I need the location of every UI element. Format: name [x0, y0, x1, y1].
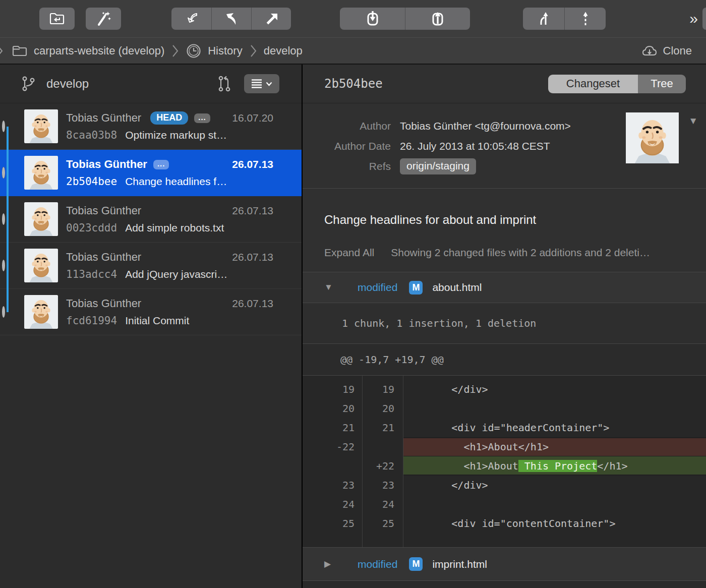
commit-line2: 2b504beeChange headlines f… [66, 175, 273, 188]
detail-header: 2b504bee Changeset Tree [303, 65, 706, 103]
commit-message-section: Change headlines for about and imprint E… [303, 189, 706, 272]
history-actions-group [171, 8, 291, 30]
graph-cell [0, 168, 24, 178]
breadcrumb-repo[interactable]: carparts-website (develop) [12, 44, 164, 57]
merge-rebase-group [523, 8, 606, 30]
new-line-number: 21 [362, 418, 403, 437]
commit-subject: Initial Commit [125, 315, 189, 327]
tab-changeset[interactable]: Changeset [548, 75, 638, 93]
more-refs-badge[interactable]: ... [194, 113, 210, 123]
open-repo-button[interactable] [39, 8, 75, 30]
diff-line: 2424 [303, 495, 706, 514]
expand-all-button[interactable]: Expand All [324, 247, 374, 259]
commit-hash: 2b504bee [66, 175, 117, 188]
commit-subject: Add simple robots.txt [125, 222, 224, 234]
list-lines-icon [251, 79, 262, 89]
view-options-button[interactable] [244, 74, 279, 93]
code-text [403, 399, 706, 418]
chevron-down-icon [266, 82, 272, 86]
hunk-header: @@ -19,7 +19,7 @@ [303, 343, 706, 376]
commit-date: 16.07.20 [232, 112, 273, 124]
breadcrumb-history-label: History [208, 44, 242, 57]
git-branch-icon [20, 75, 36, 92]
file-row-imprint[interactable]: ▶ modified M imprint.html [303, 547, 706, 580]
diff-line: 2525 <div id="contentContainer"> [303, 514, 706, 533]
author-date-label: Author Date [303, 140, 391, 152]
avatar-dropdown-icon[interactable]: ▼ [688, 115, 698, 127]
commit-text: Tobias GüntherHEAD...16.07.208caa03b8Opt… [58, 111, 273, 141]
toolbar: » [0, 0, 706, 37]
clone-button[interactable]: Clone [641, 44, 692, 57]
sidebar-header: develop [0, 65, 302, 103]
old-line-number: 25 [303, 514, 362, 533]
commit-row[interactable]: Tobias Günther...26.07.132b504beeChange … [0, 150, 302, 196]
commit-line1: Tobias Günther26.07.13 [66, 251, 273, 264]
refs-badge[interactable]: origin/staging [400, 158, 476, 174]
commit-message: Change headlines for about and imprint [324, 213, 686, 227]
breadcrumb-branch-label[interactable]: develop [264, 44, 303, 57]
commit-line2: fcd61994Initial Commit [66, 315, 273, 327]
code-text [403, 495, 706, 514]
commit-author: Tobias Günther [66, 204, 141, 217]
commit-avatar [24, 156, 58, 190]
commit-node-icon [2, 260, 5, 271]
changed-files-summary: Showing 2 changed files with 2 additions… [391, 247, 650, 259]
diff-line: 1919 </div> [303, 380, 706, 399]
old-line-number: -22 [303, 437, 362, 456]
chunk-info: 1 chunk, 1 insertion, 1 deletion [303, 303, 706, 343]
commit-avatar [24, 295, 58, 329]
commit-author: Tobias Günther [66, 111, 141, 125]
commit-row[interactable]: Tobias Günther26.07.13fcd61994Initial Co… [0, 289, 302, 335]
file-status: modified [358, 558, 397, 570]
more-refs-badge[interactable]: ... [153, 160, 169, 169]
tower-window: » carparts-website (develop) History [0, 0, 706, 588]
commit-hash: 113adcc4 [66, 268, 117, 280]
curved-arrow-outline-icon [183, 11, 201, 27]
curved-arrow-solid-icon [222, 11, 241, 27]
compare-icon[interactable] [216, 74, 233, 93]
curved-arrow-outline-button[interactable] [171, 8, 211, 30]
code-text: </div> [403, 476, 706, 495]
curved-arrow-solid-button[interactable] [211, 8, 251, 30]
breadcrumb-history[interactable]: History [186, 43, 242, 59]
gutter-separator [362, 376, 363, 547]
commit-avatar [24, 249, 58, 282]
toolbar-overflow-chevrons-icon[interactable]: » [689, 10, 696, 27]
sidebar-branch-label: develop [46, 77, 89, 91]
modified-badge: M [409, 557, 423, 571]
panel-bottom-filler [303, 580, 706, 588]
push-button[interactable] [405, 8, 470, 30]
commit-node-icon [2, 213, 5, 225]
merge-button[interactable] [523, 8, 564, 30]
push-icon [430, 10, 445, 27]
disclosure-collapsed-icon[interactable]: ▶ [324, 559, 335, 569]
commit-subject: Change headlines f… [125, 175, 227, 188]
old-line-number: 19 [303, 380, 362, 399]
file-name: imprint.html [432, 558, 487, 570]
commit-list: Tobias GüntherHEAD...16.07.208caa03b8Opt… [0, 103, 302, 335]
tab-tree[interactable]: Tree [638, 75, 686, 93]
commit-date: 26.07.13 [232, 158, 273, 170]
disclosure-expanded-icon[interactable]: ▼ [324, 282, 335, 292]
commit-date: 26.07.13 [232, 251, 273, 263]
pull-button[interactable] [340, 8, 405, 30]
new-line-number: 25 [362, 514, 403, 533]
commit-hash: 0023cddd [66, 222, 117, 234]
rebase-button[interactable] [564, 8, 606, 30]
diff-line: +22 <h1>About This Project</h1> [303, 456, 706, 476]
quick-actions-button[interactable] [86, 8, 121, 30]
commit-row[interactable]: Tobias GüntherHEAD...16.07.208caa03b8Opt… [0, 103, 302, 150]
diff-view: 1919 </div>20202121 <div id="headerConta… [303, 376, 706, 547]
view-toggle: Changeset Tree [548, 75, 686, 93]
commit-line1: Tobias GüntherHEAD...16.07.20 [66, 111, 273, 125]
breadcrumb-repo-label: carparts-website (develop) [34, 44, 164, 57]
commit-graph-line [7, 127, 9, 312]
commit-text: Tobias Günther26.07.130023cdddAdd simple… [58, 204, 273, 234]
commit-row[interactable]: Tobias Günther26.07.13113adcc4Add jQuery… [0, 243, 302, 289]
arrow-up-right-button[interactable] [251, 8, 291, 30]
file-row-about[interactable]: ▼ modified M about.html [303, 272, 706, 303]
toolbar-clipped-button[interactable] [702, 8, 706, 30]
commit-row[interactable]: Tobias Günther26.07.130023cdddAdd simple… [0, 196, 302, 243]
commit-text: Tobias Günther26.07.13113adcc4Add jQuery… [58, 251, 273, 280]
commit-line2: 113adcc4Add jQuery javascri… [66, 268, 273, 280]
